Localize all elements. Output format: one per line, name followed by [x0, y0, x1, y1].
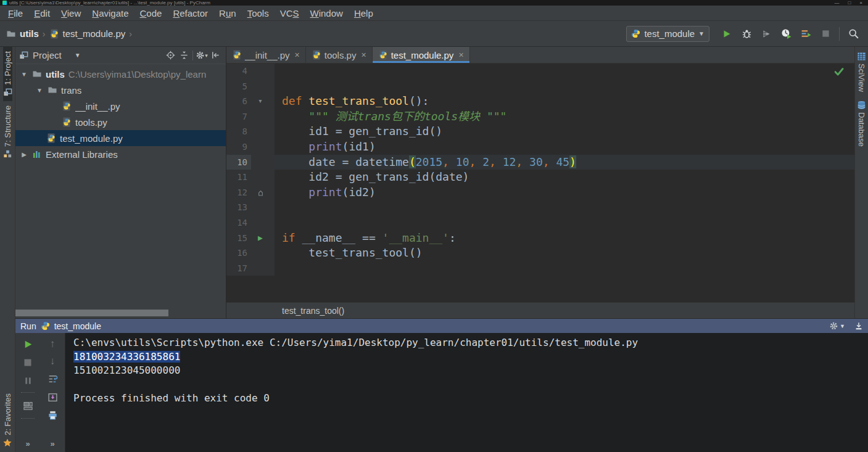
hide-panel-button[interactable] [209, 49, 222, 62]
tree-item-external-libraries[interactable]: ▶External Libraries [15, 146, 226, 162]
print-button[interactable] [48, 409, 58, 421]
chevron-expanded-icon[interactable]: ▼ [20, 71, 28, 78]
gutter[interactable]: 13 [226, 200, 275, 215]
tool-window-button-1-project[interactable]: 1: Project [3, 47, 12, 101]
soft-wrap-button[interactable] [48, 373, 58, 384]
gutter[interactable]: 17 [226, 261, 275, 276]
gutter-marker[interactable] [251, 185, 270, 200]
tab-tools-py[interactable]: tools.py× [306, 47, 373, 63]
gutter[interactable]: 14 [226, 215, 275, 231]
menu-help[interactable]: Help [349, 7, 379, 20]
code-line-9[interactable]: 9 print(id1) [226, 139, 854, 155]
gutter-marker[interactable] [251, 79, 270, 94]
pause-output-button[interactable] [23, 374, 33, 385]
code-line-13[interactable]: 13 [226, 200, 854, 215]
code-line-11[interactable]: 11 id2 = gen_trans_id(date) [226, 170, 854, 185]
chevron-collapsed-icon[interactable]: ▶ [20, 151, 28, 158]
tree-item-tools-py[interactable]: tools.py [15, 114, 226, 130]
close-tab-icon[interactable]: × [361, 50, 366, 60]
gutter[interactable]: 6▾ [226, 94, 275, 109]
minimize-button[interactable]: — [831, 0, 842, 6]
gutter[interactable]: 5 [226, 79, 275, 94]
up-stack-trace-button[interactable]: ↑ [50, 339, 56, 349]
hide-panel-button[interactable] [854, 322, 863, 331]
code-line-6[interactable]: 6▾def test_trans_tool(): [226, 94, 854, 109]
code-line-4[interactable]: 4 [226, 64, 854, 79]
breadcrumb-item[interactable]: utils [6, 28, 39, 39]
concurrency-diagram-button[interactable] [797, 26, 814, 42]
gutter[interactable]: 8 [226, 124, 275, 139]
code-line-7[interactable]: 7 """ 测试trans包下的tools模块 """ [226, 109, 854, 125]
tool-window-button-sciview[interactable]: SciView [857, 52, 866, 92]
gutter-marker[interactable] [251, 215, 270, 231]
code-editor[interactable]: 456▾def test_trans_tool():7 """ 测试trans包… [226, 64, 854, 302]
chevron-expanded-icon[interactable]: ▼ [35, 87, 44, 94]
gutter[interactable]: 15▶ [226, 231, 275, 246]
close-tab-icon[interactable]: × [458, 50, 463, 60]
gutter-marker[interactable] [251, 139, 270, 155]
gutter[interactable]: 4 [226, 64, 275, 79]
breadcrumb-function[interactable]: test_trans_tool() [282, 306, 344, 316]
project-panel-title-select[interactable]: Project ▼ [19, 50, 81, 60]
gutter-marker[interactable] [251, 155, 270, 170]
tab--init-py[interactable]: __init__.py× [226, 47, 306, 63]
tree-item-utils[interactable]: ▼utils C:\Users\yima1\Desktop\py_learn [15, 66, 226, 82]
gutter[interactable]: 16 [226, 245, 275, 261]
gutter[interactable]: 12 [226, 185, 275, 200]
menu-refactor[interactable]: Refactor [167, 7, 213, 20]
tab-test-module-py[interactable]: test_module.py× [373, 47, 470, 63]
run-line-icon[interactable]: ▶ [258, 231, 263, 246]
gutter-marker[interactable] [251, 64, 270, 79]
debug-button[interactable] [738, 26, 755, 42]
gutter-marker[interactable]: ▾ [251, 94, 270, 109]
run-console-output[interactable]: C:\envs\utils\Scripts\python.exe C:/User… [65, 333, 868, 452]
code-line-12[interactable]: 12 print(id2) [226, 185, 854, 200]
down-stack-trace-button[interactable]: ↓ [50, 356, 56, 366]
tree-item-trans[interactable]: ▼trans [15, 82, 226, 98]
menu-file[interactable]: File [2, 7, 28, 20]
tree-item-test-module-py[interactable]: test_module.py [15, 130, 226, 146]
gutter[interactable]: 9 [226, 139, 275, 155]
tool-window-button-7-structure[interactable]: 7: Structure [3, 101, 12, 163]
menu-navigate[interactable]: Navigate [86, 7, 134, 20]
inspections-ok-icon[interactable] [833, 66, 845, 77]
more-options-button[interactable]: » [25, 439, 30, 448]
restore-layout-button[interactable] [23, 400, 33, 411]
gutter-marker[interactable] [251, 245, 270, 261]
menu-code[interactable]: Code [134, 7, 168, 20]
code-line-5[interactable]: 5 [226, 79, 854, 94]
tool-window-button-2-favorites[interactable]: 2: Favorites [2, 389, 12, 452]
gutter-marker[interactable] [251, 261, 270, 276]
run-button[interactable] [718, 26, 735, 42]
scroll-to-end-button[interactable] [48, 391, 58, 402]
code-line-14[interactable]: 14 [226, 215, 854, 231]
gutter-marker[interactable]: ▶ [251, 231, 270, 246]
code-line-15[interactable]: 15▶if __name__ == '__main__': [226, 231, 854, 246]
gutter[interactable]: 7 [226, 109, 275, 125]
locate-file-button[interactable] [163, 49, 177, 62]
menu-vcs[interactable]: VCS [275, 7, 305, 20]
rerun-button[interactable] [23, 339, 33, 350]
run-panel-settings-button[interactable]: ▼ [829, 321, 845, 331]
run-with-coverage-button[interactable] [758, 26, 775, 42]
stop-button[interactable] [23, 356, 33, 368]
code-line-10[interactable]: 10 date = datetime(2015, 10, 2, 12, 30, … [226, 155, 854, 170]
search-everywhere-button[interactable] [845, 26, 862, 42]
menu-view[interactable]: View [56, 7, 86, 20]
tree-item--init-py[interactable]: __init__.py [15, 98, 226, 114]
menu-run[interactable]: Run [213, 7, 242, 20]
close-tab-icon[interactable]: × [295, 50, 300, 60]
code-line-8[interactable]: 8 id1 = gen_trans_id() [226, 124, 854, 139]
settings-button[interactable]: ▾ [195, 49, 209, 62]
profiler-button[interactable] [777, 26, 795, 42]
fold-open-icon[interactable]: ▾ [258, 94, 263, 109]
tool-window-button-database[interactable]: Database [857, 101, 866, 147]
horizontal-scrollbar[interactable] [15, 310, 168, 316]
collapse-all-button[interactable] [177, 49, 191, 62]
menu-window[interactable]: Window [305, 7, 349, 20]
breadcrumb-item[interactable]: test_module.py [49, 28, 126, 39]
menu-tools[interactable]: Tools [242, 7, 275, 20]
maximize-button[interactable]: □ [845, 0, 854, 6]
code-line-17[interactable]: 17 [226, 261, 854, 276]
code-line-16[interactable]: 16 test_trans_tool() [226, 245, 854, 261]
